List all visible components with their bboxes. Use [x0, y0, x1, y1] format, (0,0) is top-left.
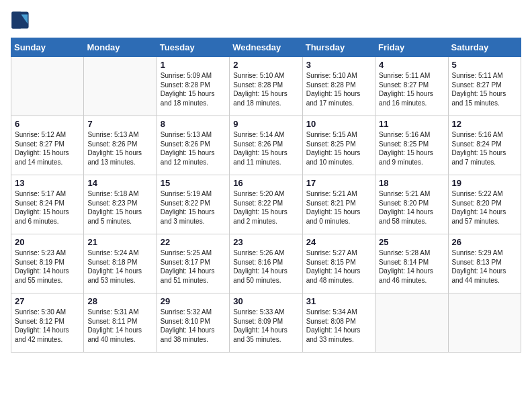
calendar-cell: 5Sunrise: 5:11 AM Sunset: 8:27 PM Daylig… [448, 57, 521, 116]
calendar: SundayMondayTuesdayWednesdayThursdayFrid… [11, 38, 521, 353]
day-number: 2 [233, 60, 298, 70]
day-of-week-header: Tuesday [157, 38, 229, 57]
day-of-week-header: Saturday [448, 38, 521, 57]
day-info: Sunrise: 5:21 AM Sunset: 8:21 PM Dayligh… [306, 189, 371, 226]
day-number: 26 [452, 237, 517, 247]
day-info: Sunrise: 5:10 AM Sunset: 8:28 PM Dayligh… [233, 71, 298, 107]
day-number: 17 [306, 178, 371, 188]
day-number: 24 [306, 237, 371, 247]
calendar-cell: 20Sunrise: 5:23 AM Sunset: 8:19 PM Dayli… [11, 234, 84, 293]
day-number: 19 [452, 178, 517, 188]
day-info: Sunrise: 5:22 AM Sunset: 8:20 PM Dayligh… [452, 189, 517, 226]
calendar-cell: 26Sunrise: 5:29 AM Sunset: 8:13 PM Dayli… [448, 234, 521, 293]
day-info: Sunrise: 5:18 AM Sunset: 8:23 PM Dayligh… [87, 189, 152, 226]
day-number: 11 [379, 119, 444, 129]
day-of-week-header: Thursday [302, 38, 375, 57]
calendar-cell: 17Sunrise: 5:21 AM Sunset: 8:21 PM Dayli… [302, 175, 375, 234]
day-number: 18 [379, 178, 444, 188]
day-info: Sunrise: 5:10 AM Sunset: 8:28 PM Dayligh… [306, 71, 371, 107]
day-number: 13 [15, 178, 80, 188]
calendar-week-row: 6Sunrise: 5:12 AM Sunset: 8:27 PM Daylig… [11, 116, 521, 175]
day-info: Sunrise: 5:15 AM Sunset: 8:25 PM Dayligh… [306, 130, 371, 167]
calendar-cell: 14Sunrise: 5:18 AM Sunset: 8:23 PM Dayli… [84, 175, 157, 234]
day-info: Sunrise: 5:31 AM Sunset: 8:11 PM Dayligh… [87, 308, 152, 344]
calendar-cell: 31Sunrise: 5:34 AM Sunset: 8:08 PM Dayli… [302, 293, 375, 353]
calendar-cell [375, 293, 448, 353]
calendar-cell: 22Sunrise: 5:25 AM Sunset: 8:17 PM Dayli… [157, 234, 229, 293]
day-number: 1 [161, 60, 226, 70]
day-number: 25 [379, 237, 444, 247]
calendar-cell: 6Sunrise: 5:12 AM Sunset: 8:27 PM Daylig… [11, 116, 84, 175]
day-number: 9 [233, 119, 298, 129]
day-info: Sunrise: 5:12 AM Sunset: 8:27 PM Dayligh… [15, 130, 80, 167]
calendar-cell: 8Sunrise: 5:13 AM Sunset: 8:26 PM Daylig… [157, 116, 229, 175]
logo-icon [11, 11, 30, 30]
day-info: Sunrise: 5:17 AM Sunset: 8:24 PM Dayligh… [15, 189, 80, 226]
day-number: 4 [379, 60, 444, 70]
calendar-body: 1Sunrise: 5:09 AM Sunset: 8:28 PM Daylig… [11, 57, 521, 353]
day-number: 22 [161, 237, 226, 247]
calendar-cell: 27Sunrise: 5:30 AM Sunset: 8:12 PM Dayli… [11, 293, 84, 353]
day-number: 30 [233, 296, 298, 306]
day-info: Sunrise: 5:23 AM Sunset: 8:19 PM Dayligh… [15, 248, 80, 285]
day-info: Sunrise: 5:14 AM Sunset: 8:26 PM Dayligh… [233, 130, 298, 167]
day-info: Sunrise: 5:27 AM Sunset: 8:15 PM Dayligh… [306, 248, 371, 285]
calendar-week-row: 13Sunrise: 5:17 AM Sunset: 8:24 PM Dayli… [11, 175, 521, 234]
day-info: Sunrise: 5:32 AM Sunset: 8:10 PM Dayligh… [161, 308, 226, 344]
day-of-week-header: Monday [84, 38, 157, 57]
day-info: Sunrise: 5:21 AM Sunset: 8:20 PM Dayligh… [379, 189, 444, 226]
day-info: Sunrise: 5:24 AM Sunset: 8:18 PM Dayligh… [87, 248, 152, 285]
day-number: 15 [161, 178, 226, 188]
day-info: Sunrise: 5:20 AM Sunset: 8:22 PM Dayligh… [233, 189, 298, 226]
day-number: 31 [306, 296, 371, 306]
day-info: Sunrise: 5:33 AM Sunset: 8:09 PM Dayligh… [233, 308, 298, 344]
calendar-cell: 2Sunrise: 5:10 AM Sunset: 8:28 PM Daylig… [230, 57, 302, 116]
calendar-cell: 21Sunrise: 5:24 AM Sunset: 8:18 PM Dayli… [84, 234, 157, 293]
day-number: 6 [15, 119, 80, 129]
calendar-cell: 11Sunrise: 5:16 AM Sunset: 8:25 PM Dayli… [375, 116, 448, 175]
day-info: Sunrise: 5:29 AM Sunset: 8:13 PM Dayligh… [452, 248, 517, 285]
day-info: Sunrise: 5:09 AM Sunset: 8:28 PM Dayligh… [161, 71, 226, 107]
day-info: Sunrise: 5:13 AM Sunset: 8:26 PM Dayligh… [87, 130, 152, 167]
day-info: Sunrise: 5:25 AM Sunset: 8:17 PM Dayligh… [161, 248, 226, 285]
calendar-cell: 9Sunrise: 5:14 AM Sunset: 8:26 PM Daylig… [230, 116, 302, 175]
day-of-week-header: Wednesday [230, 38, 302, 57]
day-number: 20 [15, 237, 80, 247]
calendar-cell: 24Sunrise: 5:27 AM Sunset: 8:15 PM Dayli… [302, 234, 375, 293]
day-number: 21 [87, 237, 152, 247]
logo [11, 11, 32, 30]
calendar-cell [84, 57, 157, 116]
calendar-cell: 23Sunrise: 5:26 AM Sunset: 8:16 PM Dayli… [230, 234, 302, 293]
calendar-cell: 25Sunrise: 5:28 AM Sunset: 8:14 PM Dayli… [375, 234, 448, 293]
day-number: 29 [161, 296, 226, 306]
day-number: 8 [161, 119, 226, 129]
day-info: Sunrise: 5:28 AM Sunset: 8:14 PM Dayligh… [379, 248, 444, 285]
day-number: 5 [452, 60, 517, 70]
calendar-cell: 1Sunrise: 5:09 AM Sunset: 8:28 PM Daylig… [157, 57, 229, 116]
day-number: 10 [306, 119, 371, 129]
day-info: Sunrise: 5:30 AM Sunset: 8:12 PM Dayligh… [15, 308, 80, 344]
calendar-cell: 18Sunrise: 5:21 AM Sunset: 8:20 PM Dayli… [375, 175, 448, 234]
day-number: 16 [233, 178, 298, 188]
day-info: Sunrise: 5:26 AM Sunset: 8:16 PM Dayligh… [233, 248, 298, 285]
calendar-cell [448, 293, 521, 353]
calendar-cell: 10Sunrise: 5:15 AM Sunset: 8:25 PM Dayli… [302, 116, 375, 175]
day-number: 14 [87, 178, 152, 188]
day-of-week-header: Sunday [11, 38, 84, 57]
day-info: Sunrise: 5:11 AM Sunset: 8:27 PM Dayligh… [379, 71, 444, 107]
calendar-cell: 7Sunrise: 5:13 AM Sunset: 8:26 PM Daylig… [84, 116, 157, 175]
day-info: Sunrise: 5:11 AM Sunset: 8:27 PM Dayligh… [452, 71, 517, 107]
calendar-header: SundayMondayTuesdayWednesdayThursdayFrid… [11, 38, 521, 57]
calendar-cell: 30Sunrise: 5:33 AM Sunset: 8:09 PM Dayli… [230, 293, 302, 353]
calendar-cell: 16Sunrise: 5:20 AM Sunset: 8:22 PM Dayli… [230, 175, 302, 234]
calendar-cell: 13Sunrise: 5:17 AM Sunset: 8:24 PM Dayli… [11, 175, 84, 234]
calendar-cell: 29Sunrise: 5:32 AM Sunset: 8:10 PM Dayli… [157, 293, 229, 353]
day-number: 12 [452, 119, 517, 129]
day-number: 7 [87, 119, 152, 129]
day-info: Sunrise: 5:34 AM Sunset: 8:08 PM Dayligh… [306, 308, 371, 344]
day-number: 28 [87, 296, 152, 306]
calendar-cell: 12Sunrise: 5:16 AM Sunset: 8:24 PM Dayli… [448, 116, 521, 175]
calendar-week-row: 1Sunrise: 5:09 AM Sunset: 8:28 PM Daylig… [11, 57, 521, 116]
header-row: SundayMondayTuesdayWednesdayThursdayFrid… [11, 38, 521, 57]
calendar-cell [11, 57, 84, 116]
